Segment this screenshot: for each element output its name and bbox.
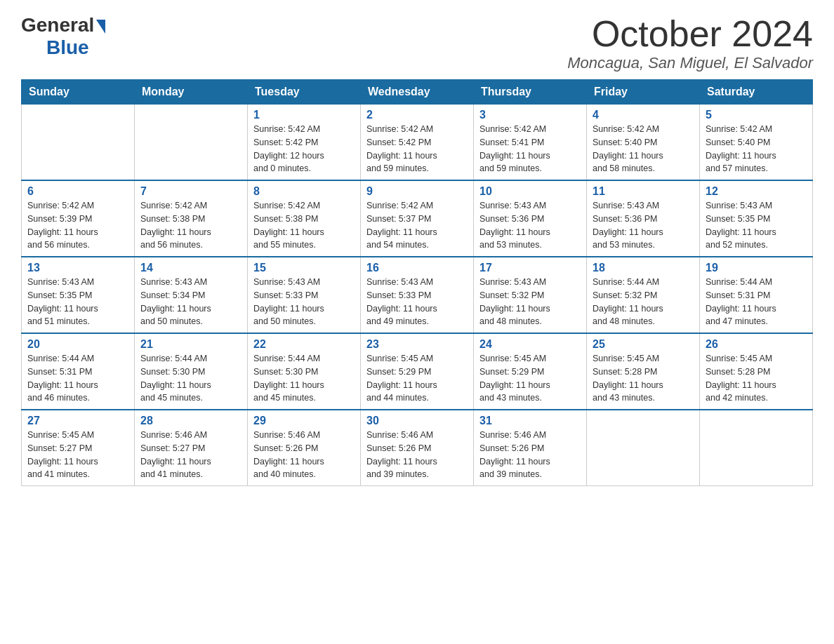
day-number: 10	[479, 185, 581, 198]
logo-blue-text: Blue	[46, 36, 89, 58]
month-title: October 2024	[567, 14, 813, 54]
calendar-week-row: 27Sunrise: 5:45 AM Sunset: 5:27 PM Dayli…	[22, 410, 813, 486]
calendar-week-row: 13Sunrise: 5:43 AM Sunset: 5:35 PM Dayli…	[22, 257, 813, 333]
calendar-cell: 22Sunrise: 5:44 AM Sunset: 5:30 PM Dayli…	[248, 333, 361, 410]
calendar-cell: 7Sunrise: 5:42 AM Sunset: 5:38 PM Daylig…	[135, 180, 248, 257]
day-number: 13	[27, 262, 128, 274]
day-number: 1	[253, 109, 355, 121]
day-info: Sunrise: 5:46 AM Sunset: 5:27 PM Dayligh…	[140, 429, 241, 481]
day-number: 21	[140, 338, 241, 351]
calendar-cell: 3Sunrise: 5:42 AM Sunset: 5:41 PM Daylig…	[474, 105, 587, 181]
day-info: Sunrise: 5:46 AM Sunset: 5:26 PM Dayligh…	[479, 429, 581, 481]
day-number: 25	[593, 338, 694, 351]
calendar-cell: 14Sunrise: 5:43 AM Sunset: 5:34 PM Dayli…	[135, 257, 248, 333]
day-number: 7	[140, 185, 241, 198]
calendar-cell: 10Sunrise: 5:43 AM Sunset: 5:36 PM Dayli…	[474, 180, 587, 257]
day-info: Sunrise: 5:45 AM Sunset: 5:29 PM Dayligh…	[366, 352, 468, 405]
day-info: Sunrise: 5:42 AM Sunset: 5:39 PM Dayligh…	[27, 199, 128, 252]
day-number: 22	[253, 338, 355, 351]
calendar-cell: 9Sunrise: 5:42 AM Sunset: 5:37 PM Daylig…	[361, 180, 474, 257]
day-number: 16	[366, 262, 468, 274]
calendar-cell: 6Sunrise: 5:42 AM Sunset: 5:39 PM Daylig…	[22, 180, 135, 257]
calendar-cell: 29Sunrise: 5:46 AM Sunset: 5:26 PM Dayli…	[248, 410, 361, 486]
calendar-cell	[700, 410, 813, 486]
day-info: Sunrise: 5:46 AM Sunset: 5:26 PM Dayligh…	[253, 429, 355, 481]
calendar-table: SundayMondayTuesdayWednesdayThursdayFrid…	[21, 79, 813, 486]
day-number: 6	[27, 185, 128, 198]
day-number: 29	[253, 415, 355, 427]
day-number: 14	[140, 262, 241, 274]
calendar-header-saturday: Saturday	[700, 80, 813, 105]
logo: General Blue	[21, 14, 105, 59]
day-info: Sunrise: 5:43 AM Sunset: 5:33 PM Dayligh…	[366, 276, 468, 328]
day-info: Sunrise: 5:46 AM Sunset: 5:26 PM Dayligh…	[366, 429, 468, 481]
day-number: 18	[593, 262, 694, 274]
calendar-cell	[135, 105, 248, 181]
day-number: 3	[479, 109, 581, 121]
day-info: Sunrise: 5:44 AM Sunset: 5:31 PM Dayligh…	[27, 352, 128, 405]
calendar-cell: 28Sunrise: 5:46 AM Sunset: 5:27 PM Dayli…	[135, 410, 248, 486]
day-number: 27	[27, 415, 128, 427]
day-number: 5	[706, 109, 807, 121]
logo-general-text: General	[21, 14, 94, 36]
calendar-cell: 26Sunrise: 5:45 AM Sunset: 5:28 PM Dayli…	[700, 333, 813, 410]
day-info: Sunrise: 5:42 AM Sunset: 5:40 PM Dayligh…	[706, 123, 807, 175]
day-number: 26	[706, 338, 807, 351]
day-info: Sunrise: 5:43 AM Sunset: 5:35 PM Dayligh…	[706, 199, 807, 252]
calendar-cell	[587, 410, 700, 486]
calendar-cell: 5Sunrise: 5:42 AM Sunset: 5:40 PM Daylig…	[700, 105, 813, 181]
day-info: Sunrise: 5:45 AM Sunset: 5:28 PM Dayligh…	[706, 352, 807, 405]
day-info: Sunrise: 5:43 AM Sunset: 5:36 PM Dayligh…	[479, 199, 581, 252]
calendar-header-row: SundayMondayTuesdayWednesdayThursdayFrid…	[22, 80, 813, 105]
day-number: 4	[593, 109, 694, 121]
calendar-week-row: 6Sunrise: 5:42 AM Sunset: 5:39 PM Daylig…	[22, 180, 813, 257]
calendar-header-sunday: Sunday	[22, 80, 135, 105]
calendar-header-friday: Friday	[587, 80, 700, 105]
day-number: 28	[140, 415, 241, 427]
calendar-cell: 16Sunrise: 5:43 AM Sunset: 5:33 PM Dayli…	[361, 257, 474, 333]
day-number: 24	[479, 338, 581, 351]
calendar-cell: 21Sunrise: 5:44 AM Sunset: 5:30 PM Dayli…	[135, 333, 248, 410]
day-info: Sunrise: 5:45 AM Sunset: 5:29 PM Dayligh…	[479, 352, 581, 405]
calendar-cell: 23Sunrise: 5:45 AM Sunset: 5:29 PM Dayli…	[361, 333, 474, 410]
day-number: 31	[479, 415, 581, 427]
title-area: October 2024 Moncagua, San Miguel, El Sa…	[567, 14, 813, 72]
calendar-week-row: 20Sunrise: 5:44 AM Sunset: 5:31 PM Dayli…	[22, 333, 813, 410]
calendar-cell: 30Sunrise: 5:46 AM Sunset: 5:26 PM Dayli…	[361, 410, 474, 486]
day-number: 2	[366, 109, 468, 121]
day-number: 9	[366, 185, 468, 198]
day-info: Sunrise: 5:43 AM Sunset: 5:32 PM Dayligh…	[479, 276, 581, 328]
day-info: Sunrise: 5:43 AM Sunset: 5:33 PM Dayligh…	[253, 276, 355, 328]
calendar-header-tuesday: Tuesday	[248, 80, 361, 105]
calendar-cell: 15Sunrise: 5:43 AM Sunset: 5:33 PM Dayli…	[248, 257, 361, 333]
calendar-cell: 13Sunrise: 5:43 AM Sunset: 5:35 PM Dayli…	[22, 257, 135, 333]
calendar-cell: 11Sunrise: 5:43 AM Sunset: 5:36 PM Dayli…	[587, 180, 700, 257]
day-info: Sunrise: 5:42 AM Sunset: 5:38 PM Dayligh…	[253, 199, 355, 252]
calendar-cell: 19Sunrise: 5:44 AM Sunset: 5:31 PM Dayli…	[700, 257, 813, 333]
day-number: 15	[253, 262, 355, 274]
day-info: Sunrise: 5:42 AM Sunset: 5:40 PM Dayligh…	[593, 123, 694, 175]
day-info: Sunrise: 5:44 AM Sunset: 5:32 PM Dayligh…	[593, 276, 694, 328]
calendar-cell: 4Sunrise: 5:42 AM Sunset: 5:40 PM Daylig…	[587, 105, 700, 181]
day-number: 30	[366, 415, 468, 427]
calendar-header-thursday: Thursday	[474, 80, 587, 105]
calendar-cell: 18Sunrise: 5:44 AM Sunset: 5:32 PM Dayli…	[587, 257, 700, 333]
logo-arrow-icon	[96, 20, 105, 34]
calendar-cell: 25Sunrise: 5:45 AM Sunset: 5:28 PM Dayli…	[587, 333, 700, 410]
calendar-cell: 24Sunrise: 5:45 AM Sunset: 5:29 PM Dayli…	[474, 333, 587, 410]
calendar-week-row: 1Sunrise: 5:42 AM Sunset: 5:42 PM Daylig…	[22, 105, 813, 181]
day-info: Sunrise: 5:44 AM Sunset: 5:30 PM Dayligh…	[140, 352, 241, 405]
day-info: Sunrise: 5:42 AM Sunset: 5:37 PM Dayligh…	[366, 199, 468, 252]
day-number: 17	[479, 262, 581, 274]
calendar-cell: 1Sunrise: 5:42 AM Sunset: 5:42 PM Daylig…	[248, 105, 361, 181]
day-info: Sunrise: 5:42 AM Sunset: 5:42 PM Dayligh…	[366, 123, 468, 175]
calendar-cell: 31Sunrise: 5:46 AM Sunset: 5:26 PM Dayli…	[474, 410, 587, 486]
calendar-header-monday: Monday	[135, 80, 248, 105]
day-number: 12	[706, 185, 807, 198]
day-number: 20	[27, 338, 128, 351]
page-header: General Blue October 2024 Moncagua, San …	[21, 14, 813, 72]
day-info: Sunrise: 5:45 AM Sunset: 5:28 PM Dayligh…	[593, 352, 694, 405]
calendar-cell	[22, 105, 135, 181]
calendar-cell: 20Sunrise: 5:44 AM Sunset: 5:31 PM Dayli…	[22, 333, 135, 410]
day-number: 11	[593, 185, 694, 198]
